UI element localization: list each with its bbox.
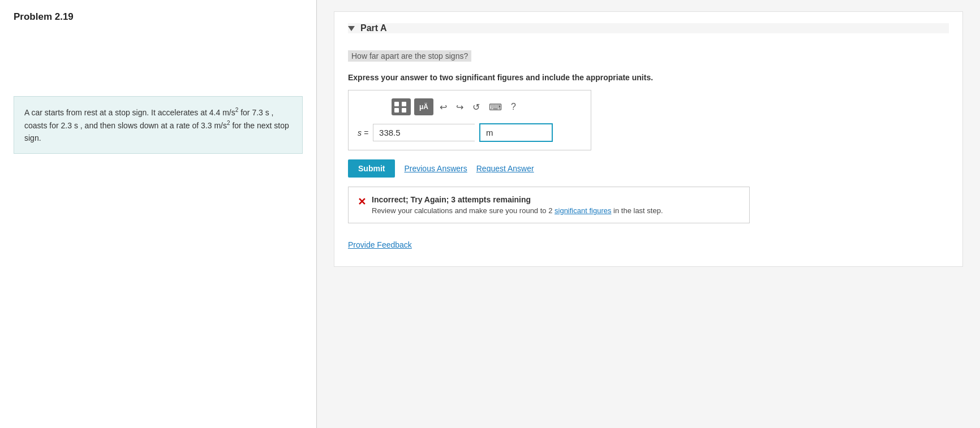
- question-text: How far apart are the stop signs?: [348, 50, 471, 62]
- mu-button[interactable]: μÄ: [414, 98, 433, 115]
- help-button[interactable]: ?: [508, 98, 519, 115]
- variable-label: s =: [358, 128, 368, 137]
- provide-feedback-link[interactable]: Provide Feedback: [348, 240, 412, 249]
- redo-button[interactable]: ↪: [453, 98, 466, 115]
- math-toolbar: μÄ ↩ ↪ ↺ ⌨ ?: [358, 98, 582, 115]
- part-a-header: Part A: [348, 23, 949, 33]
- answer-container: μÄ ↩ ↪ ↺ ⌨ ? s =: [348, 90, 591, 150]
- reset-button[interactable]: ↺: [470, 98, 483, 115]
- error-icon: ✕: [358, 196, 366, 208]
- previous-answers-button[interactable]: Previous Answers: [404, 164, 467, 173]
- instruction-text: Express your answer to two significant f…: [348, 73, 949, 82]
- action-row: Submit Previous Answers Request Answer: [348, 159, 949, 178]
- request-answer-button[interactable]: Request Answer: [476, 164, 534, 173]
- error-box: ✕ Incorrect; Try Again; 3 attempts remai…: [348, 187, 750, 223]
- error-detail: Review your calculations and make sure y…: [372, 206, 663, 215]
- problem-title: Problem 2.19: [14, 11, 303, 23]
- answer-value-input[interactable]: [373, 124, 475, 141]
- answer-row: s =: [358, 123, 582, 142]
- keyboard-button[interactable]: ⌨: [486, 98, 505, 115]
- significant-figures-link[interactable]: significant figures: [555, 206, 611, 215]
- grid-template-button[interactable]: [392, 98, 411, 115]
- error-title: Incorrect; Try Again; 3 attempts remaini…: [372, 195, 663, 204]
- answer-unit-input[interactable]: [479, 123, 553, 142]
- undo-button[interactable]: ↩: [437, 98, 450, 115]
- part-a-title: Part A: [360, 23, 387, 33]
- submit-button[interactable]: Submit: [348, 159, 395, 178]
- collapse-icon[interactable]: [348, 26, 355, 31]
- problem-statement: A car starts from rest at a stop sign. I…: [14, 96, 303, 154]
- error-content: Incorrect; Try Again; 3 attempts remaini…: [372, 195, 663, 215]
